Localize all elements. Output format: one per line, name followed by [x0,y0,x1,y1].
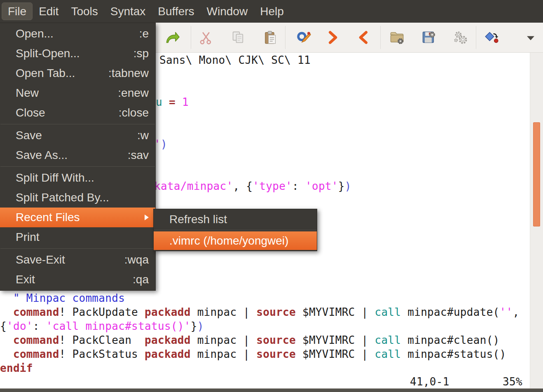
editor-line: endif [0,361,33,375]
code-segment-fg [0,306,13,318]
file-menu-item-split-open[interactable]: Split-Open...:sp [0,44,155,63]
load-session-icon[interactable] [389,30,404,45]
menubar-item-edit[interactable]: Edit [33,2,65,21]
recent-files-submenu: Refresh list.vimrc (/home/yongwei) [153,209,317,251]
code-segment-fg [0,292,13,304]
code-segment-statement: packadd [145,334,191,346]
menubar-item-syntax[interactable]: Syntax [104,2,152,21]
recent-files-item-refresh-list[interactable]: Refresh list [154,210,317,229]
code-segment-statement: endif [0,362,33,374]
file-menu-item-split-diff-with[interactable]: Split Diff With... [0,168,155,188]
overflow-chevron-icon[interactable] [523,30,538,45]
menubar-item-window[interactable]: Window [201,2,254,21]
menu-item-shortcut: :e [139,27,149,40]
code-segment-fg: Sans\ Mono\ CJK\ SC\ 11 [159,54,311,66]
menu-item-label: Split Diff With... [16,171,94,184]
code-segment-string: 'call minpac#status()' [46,320,191,332]
code-segment-fg [176,96,182,108]
toolbar-separator [285,26,286,49]
file-menu-item-split-patched-by[interactable]: Split Patched By... [0,188,155,208]
code-segment-statement: source [256,334,296,346]
menu-item-label: Refresh list [169,213,227,226]
file-menu-separator [0,166,155,167]
file-menu-popup: Open...:eSplit-Open...:spOpen Tab...:tab… [0,23,156,291]
code-segment-fg: , [513,306,520,318]
menu-item-label: Save As... [16,149,68,162]
code-segment-fg [0,334,13,346]
file-menu-item-print[interactable]: Print [0,227,155,247]
recent-files-item-vimrc-home-yongwei[interactable]: .vimrc (/home/yongwei) [154,231,317,250]
submenu-arrow-icon [145,215,149,220]
menubar-item-buffers[interactable]: Buffers [152,2,200,21]
run-script-icon[interactable] [453,30,468,45]
recent-files-separator [154,230,316,230]
file-menu-item-new[interactable]: New:enew [0,83,155,103]
build-icon[interactable] [484,30,499,45]
code-segment-statement: command [13,348,59,360]
scrollbar-thumb[interactable] [533,122,540,226]
code-segment-comment: " Minpac commands [13,292,125,304]
file-menu-item-close[interactable]: Close:close [0,103,155,123]
code-segment-statement: command [13,334,59,346]
scrollbar[interactable] [530,53,543,389]
menu-item-label: Open Tab... [16,67,75,80]
cut-icon[interactable] [199,30,213,45]
code-segment-fg: ! PackStatus [59,348,145,360]
menu-item-label: Exit [16,273,35,286]
code-segment-identifier: call [374,306,401,318]
file-menu-item-recent-files[interactable]: Recent Files [0,208,155,227]
gvim-window: FileEditToolsSyntaxBuffersWindowHelp 41,… [0,0,543,392]
find-prev-icon[interactable] [356,30,371,45]
toolbar-separator [380,26,381,49]
menubar-item-file[interactable]: File [2,2,33,21]
code-segment-fg: ! PackUpdate [59,306,145,318]
menu-item-shortcut: :close [119,106,149,119]
code-segment-statement: = [169,96,176,108]
code-segment-fg: minpac#status() [401,348,506,360]
redo-icon[interactable] [165,30,180,45]
menu-item-label: Print [16,231,40,244]
code-segment-paren: ) [197,320,204,332]
editor-line: " Minpac commands [0,291,125,305]
code-segment-identifier: call [374,334,401,346]
menu-item-label: Split-Open... [16,47,80,60]
code-segment-fg: } [191,320,197,332]
menu-item-label: Open... [16,27,54,40]
file-menu-item-open-tab[interactable]: Open Tab...:tabnew [0,63,155,83]
editor-line: command! PackUpdate packadd minpac | sou… [0,305,519,319]
ruler-scroll-percent: 35% [503,375,522,389]
menubar-item-help[interactable]: Help [254,2,290,21]
save-session-icon[interactable] [421,30,436,45]
code-segment-fg: , { [233,180,253,192]
file-menu-item-save-as[interactable]: Save As...:sav [0,145,155,165]
editor-line: {'do': 'call minpac#status()'}) [0,319,204,333]
editor-line: u = 1 [156,95,189,109]
file-menu-separator [0,124,155,124]
menubar-item-tools[interactable]: Tools [65,2,104,21]
paste-icon[interactable] [262,30,277,45]
ruler-cursor-position: 41,0-1 [410,375,449,389]
code-segment-string: 'type' [253,180,292,192]
menu-item-shortcut: :wqa [124,253,149,266]
code-segment-statement: source [256,306,296,318]
code-segment-fg: $MYVIMRC | [296,348,374,360]
editor-line: Sans\ Mono\ CJK\ SC\ 11 [159,53,311,67]
find-next-icon[interactable] [325,30,340,45]
code-segment-fg: minpac#clean() [401,334,499,346]
file-menu-separator [0,248,155,249]
copy-icon[interactable] [231,30,246,45]
toolbar-separator [191,26,191,49]
file-menu-item-save[interactable]: Save:w [0,126,155,145]
code-segment-fg: $MYVIMRC | [296,334,374,346]
code-segment-fg: ! PackClean [59,334,145,346]
file-menu-item-exit[interactable]: Exit:qa [0,270,155,289]
menu-item-shortcut: :w [137,129,149,142]
file-menu-item-save-exit[interactable]: Save-Exit:wqa [0,250,155,270]
code-segment-string: kata/minpac' [154,180,233,192]
find-replace-icon[interactable] [296,30,311,45]
code-segment-string: 'do' [7,320,33,332]
code-segment-fg: minpac | [191,306,257,318]
menu-item-label: Save-Exit [16,253,65,266]
code-segment-fg: $MYVIMRC | [296,306,374,318]
file-menu-item-open[interactable]: Open...:e [0,24,155,44]
